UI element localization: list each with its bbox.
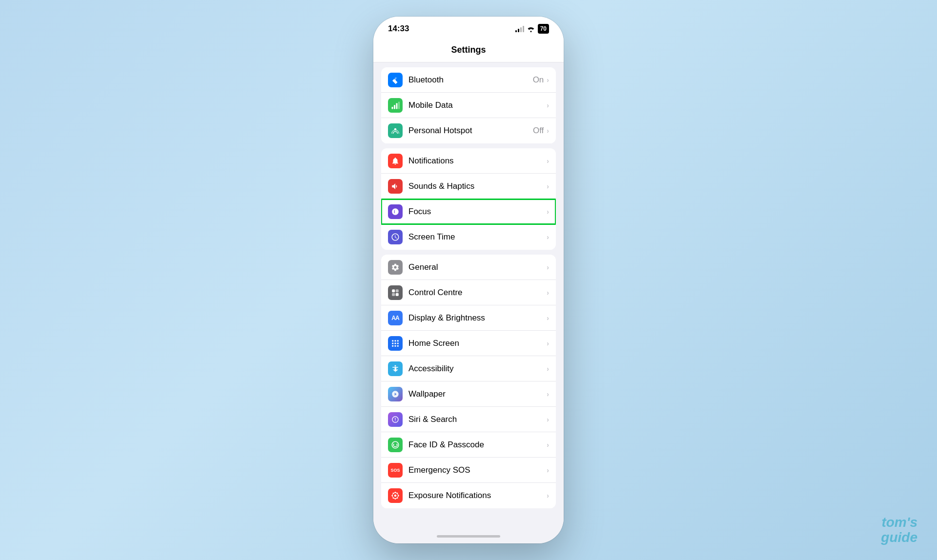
bottom-spacer	[373, 513, 564, 518]
wallpaper-row[interactable]: Wallpaper ›	[381, 381, 556, 407]
svg-rect-9	[392, 340, 393, 341]
svg-point-19	[394, 495, 397, 497]
emergency-sos-label: Emergency SOS	[408, 465, 547, 475]
focus-row[interactable]: Focus ›	[381, 199, 556, 224]
screen-time-row[interactable]: Screen Time ›	[381, 224, 556, 250]
notifications-row[interactable]: Notifications ›	[381, 148, 556, 174]
general-chevron: ›	[547, 263, 549, 271]
svg-rect-17	[397, 345, 399, 346]
signal-icon	[515, 25, 524, 32]
svg-rect-6	[396, 289, 399, 292]
status-bar: 14:33 70	[373, 17, 564, 41]
face-id-icon	[388, 438, 403, 452]
siri-icon	[388, 412, 403, 427]
svg-rect-13	[395, 342, 396, 344]
mobile-data-chevron: ›	[547, 101, 549, 109]
svg-rect-5	[392, 289, 395, 292]
emergency-sos-row[interactable]: SOS Emergency SOS ›	[381, 458, 556, 483]
focus-chevron: ›	[547, 208, 549, 216]
control-centre-chevron: ›	[547, 289, 549, 297]
focus-icon	[388, 204, 403, 219]
svg-rect-12	[392, 342, 393, 344]
bluetooth-row[interactable]: Bluetooth On ›	[381, 67, 556, 93]
svg-rect-1	[394, 105, 395, 109]
face-id-label: Face ID & Passcode	[408, 440, 547, 450]
display-brightness-row[interactable]: AA Display & Brightness ›	[381, 305, 556, 331]
home-screen-chevron: ›	[547, 340, 549, 347]
personal-hotspot-label: Personal Hotspot	[408, 126, 533, 136]
svg-rect-16	[395, 345, 396, 346]
sounds-row[interactable]: Sounds & Haptics ›	[381, 174, 556, 199]
svg-rect-8	[396, 293, 399, 296]
svg-rect-0	[392, 107, 393, 109]
accessibility-row[interactable]: Accessibility ›	[381, 356, 556, 381]
svg-rect-15	[392, 345, 393, 346]
screen-time-icon	[388, 230, 403, 244]
home-screen-row[interactable]: Home Screen ›	[381, 331, 556, 356]
wallpaper-label: Wallpaper	[408, 389, 547, 399]
svg-rect-11	[397, 340, 399, 341]
svg-point-18	[395, 365, 396, 366]
home-screen-label: Home Screen	[408, 339, 547, 348]
exposure-notifications-row[interactable]: Exposure Notifications ›	[381, 483, 556, 508]
home-indicator	[373, 529, 564, 543]
general-label: General	[408, 262, 547, 272]
battery-level: 70	[540, 25, 547, 32]
phone-frame: 14:33 70 Settings	[373, 17, 564, 543]
notifications-chevron: ›	[547, 157, 549, 165]
bluetooth-value: On	[533, 75, 544, 85]
personal-hotspot-value: Off	[533, 126, 544, 136]
mobile-data-row[interactable]: Mobile Data ›	[381, 93, 556, 118]
notifications-label: Notifications	[408, 156, 547, 166]
screen-time-chevron: ›	[547, 233, 549, 241]
display-brightness-icon: AA	[388, 311, 403, 325]
page-title: Settings	[451, 45, 486, 55]
siri-search-label: Siri & Search	[408, 415, 547, 424]
notifications-group: Notifications › Sounds & Haptics ›	[381, 148, 556, 250]
settings-header: Settings	[373, 41, 564, 62]
bluetooth-chevron: ›	[547, 76, 549, 84]
sounds-label: Sounds & Haptics	[408, 181, 547, 191]
face-id-row[interactable]: Face ID & Passcode ›	[381, 432, 556, 458]
focus-label: Focus	[408, 207, 547, 217]
accessibility-icon	[388, 361, 403, 376]
mobile-data-label: Mobile Data	[408, 100, 547, 110]
display-group: General › Control Centre ›	[381, 255, 556, 508]
settings-content[interactable]: Bluetooth On › Mobile Data ›	[373, 62, 564, 529]
bluetooth-label: Bluetooth	[408, 75, 533, 85]
emergency-sos-chevron: ›	[547, 466, 549, 474]
general-row[interactable]: General ›	[381, 255, 556, 280]
control-centre-label: Control Centre	[408, 288, 547, 298]
sounds-icon	[388, 179, 403, 194]
personal-hotspot-icon	[388, 123, 403, 138]
exposure-label: Exposure Notifications	[408, 491, 547, 500]
control-centre-icon	[388, 285, 403, 300]
exposure-chevron: ›	[547, 492, 549, 500]
personal-hotspot-chevron: ›	[547, 127, 549, 135]
wifi-icon	[527, 25, 535, 32]
svg-rect-3	[398, 101, 400, 109]
face-id-chevron: ›	[547, 441, 549, 449]
emergency-sos-icon: SOS	[388, 463, 403, 478]
bluetooth-icon	[388, 73, 403, 87]
connectivity-group: Bluetooth On › Mobile Data ›	[381, 67, 556, 143]
control-centre-row[interactable]: Control Centre ›	[381, 280, 556, 305]
home-screen-icon	[388, 336, 403, 351]
battery-icon: 70	[538, 24, 549, 34]
status-time: 14:33	[388, 24, 409, 34]
svg-rect-2	[396, 103, 398, 109]
screen-time-label: Screen Time	[408, 232, 547, 242]
mobile-data-icon	[388, 98, 403, 113]
display-brightness-chevron: ›	[547, 314, 549, 322]
general-icon	[388, 260, 403, 275]
display-brightness-label: Display & Brightness	[408, 313, 547, 323]
svg-rect-10	[395, 340, 396, 341]
accessibility-label: Accessibility	[408, 364, 547, 374]
svg-rect-14	[397, 342, 399, 344]
sounds-chevron: ›	[547, 182, 549, 190]
personal-hotspot-row[interactable]: Personal Hotspot Off ›	[381, 118, 556, 143]
siri-search-row[interactable]: Siri & Search ›	[381, 407, 556, 432]
wallpaper-icon	[388, 387, 403, 401]
svg-rect-7	[392, 293, 395, 296]
wallpaper-chevron: ›	[547, 390, 549, 398]
